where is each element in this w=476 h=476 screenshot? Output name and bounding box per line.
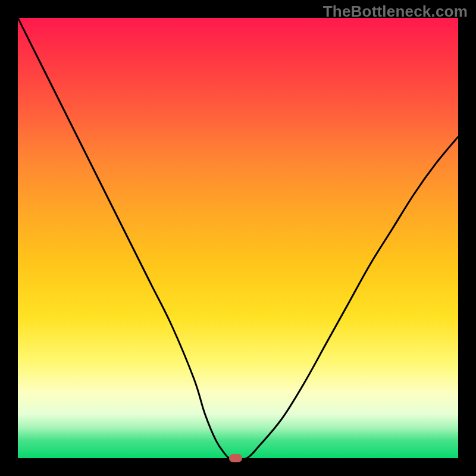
curve-path [18, 18, 458, 458]
plot-area [18, 18, 458, 458]
chart-frame: TheBottleneck.com [0, 0, 476, 476]
optimum-marker [229, 454, 242, 462]
bottleneck-curve [18, 18, 458, 458]
